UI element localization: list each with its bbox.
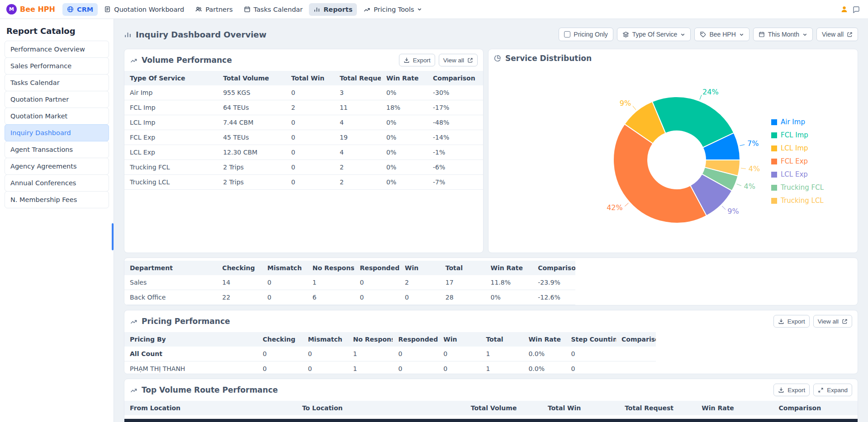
column-header: Total Volume [465, 401, 542, 415]
trend-up-icon [363, 6, 370, 13]
section-title: Volume Performance [130, 56, 232, 65]
view-all-button[interactable]: View all [439, 54, 478, 66]
table-cell: Air Imp [124, 85, 218, 100]
table-cell: Trucking FCL [124, 160, 218, 175]
nav-item-pricing-tools[interactable]: Pricing Tools [359, 3, 427, 16]
route-performance-table: From LocationTo LocationTotal VolumeTota… [124, 401, 858, 415]
table-cell: 0% [485, 290, 533, 305]
table-cell: 28 [440, 290, 485, 305]
export-button[interactable]: Export [773, 315, 810, 328]
pie-percent-label: 24% [702, 88, 719, 96]
sidebar-item-quotation-partner[interactable]: Quotation Partner [5, 91, 109, 108]
legend-item-lcl-exp[interactable]: LCL Exp [771, 170, 824, 178]
brand-logo[interactable]: M Bee HPH [6, 4, 55, 14]
sidebar-item-tasks-calendar[interactable]: Tasks Calendar [5, 74, 109, 91]
table-row[interactable]: Trucking FCL2 Trips020%-6% [124, 160, 483, 175]
trend-up-icon [130, 387, 138, 394]
sidebar-item-n-membership-fees[interactable]: N. Membership Fees [5, 191, 109, 208]
partial-table-row [124, 419, 858, 422]
table-cell: FCL Imp [124, 100, 218, 115]
view-all-button[interactable]: View all [813, 315, 852, 328]
sidebar-item-quotation-market[interactable]: Quotation Market [5, 108, 109, 125]
type-of-service-dropdown[interactable]: Type Of Service [617, 28, 691, 41]
external-link-icon [847, 32, 853, 38]
table-cell: All Count [124, 347, 257, 361]
nav-item-partners[interactable]: Partners [190, 3, 237, 16]
table-cell: 0% [381, 115, 427, 130]
table-cell: 45 TEUs [218, 130, 286, 145]
table-row[interactable]: Air Imp955 KGS030%-30% [124, 85, 483, 100]
column-header: Total Win [286, 71, 334, 85]
sidebar-scrollbar[interactable] [112, 223, 114, 250]
legend-item-fcl-exp[interactable]: FCL Exp [771, 157, 824, 165]
column-header: To Location [297, 401, 465, 415]
table-row[interactable]: All Count0010010.0%0 [124, 347, 656, 361]
table-cell: 2 [334, 160, 381, 175]
sidebar-item-agent-transactions[interactable]: Agent Transactions [5, 141, 109, 158]
legend-swatch [771, 172, 777, 178]
sidebar-item-annual-conferences[interactable]: Annual Conferences [5, 174, 109, 192]
export-button[interactable]: Export [399, 54, 435, 66]
pricing-only-checkbox[interactable]: Pricing Only [559, 28, 613, 41]
legend-item-fcl-imp[interactable]: FCL Imp [771, 131, 824, 139]
column-header: Comparison [773, 401, 858, 415]
button-label: View all [818, 318, 839, 325]
column-header: Department [124, 261, 217, 275]
table-cell: 0% [381, 175, 427, 190]
pie-segment-fcl-exp[interactable] [613, 124, 707, 223]
legend-label: FCL Exp [781, 157, 808, 165]
export-button[interactable]: Export [773, 384, 810, 396]
sidebar-item-performance-overview[interactable]: Performance Overview [5, 41, 109, 58]
table-cell: 0 [354, 275, 399, 290]
department-performance: DepartmentCheckingMismatchNo ResponseRes… [124, 261, 575, 305]
table-row[interactable]: FCL Exp45 TEUs0190%-14% [124, 130, 483, 145]
tag-icon [700, 31, 706, 38]
table-cell: -14% [427, 130, 483, 145]
sidebar-item-sales-performance[interactable]: Sales Performance [5, 57, 109, 75]
chat-icon[interactable] [853, 6, 860, 13]
table-cell: 19 [334, 130, 381, 145]
legend-item-lcl-imp[interactable]: LCL Imp [771, 144, 824, 152]
column-header: Win Rate [523, 332, 565, 347]
expand-button[interactable]: Expand [813, 384, 852, 396]
nav-item-label: Tasks Calendar [254, 6, 303, 13]
table-row[interactable]: Sales1401021711.8%-23.9% [124, 275, 575, 290]
period-dropdown[interactable]: This Month [753, 28, 813, 41]
table-cell: 0 [286, 145, 334, 160]
table-row[interactable]: Back Office220600280%-12.6% [124, 290, 575, 305]
table-row[interactable]: PHẠM THỊ THANH0010010.0%0 [124, 361, 656, 375]
column-header: Mismatch [303, 332, 348, 347]
page-title-text: Inquiry Dashboard Overview [136, 30, 266, 39]
nav-item-crm[interactable]: CRM [62, 3, 98, 16]
nav-item-tasks-calendar[interactable]: Tasks Calendar [239, 3, 308, 16]
chevron-down-icon [802, 32, 807, 37]
filter-label: Pricing Only [574, 31, 607, 38]
section-title-text: Top Volume Route Performance [142, 385, 278, 394]
section-title-text: Service Distribution [505, 54, 592, 63]
section-title-text: Pricing Performance [142, 317, 230, 326]
legend-swatch [771, 198, 777, 204]
nav-item-quotation-workboard[interactable]: Quotation Workboard [100, 3, 189, 16]
table-row[interactable]: LCL Exp12.30 CBM040%-1% [124, 145, 483, 160]
legend-item-air-imp[interactable]: Air Imp [771, 118, 824, 126]
table-cell: 0 [303, 347, 348, 361]
table-row[interactable]: FCL Imp64 TEUs21118%-17% [124, 100, 483, 115]
table-row[interactable]: LCL Imp7.44 CBM040%-48% [124, 115, 483, 130]
legend-item-trucking-fcl[interactable]: Trucking FCL [771, 183, 824, 192]
table-row[interactable]: Trucking LCL2 Trips020%-7% [124, 175, 483, 190]
legend-item-trucking-lcl[interactable]: Trucking LCL [771, 197, 824, 205]
download-icon [778, 387, 784, 393]
user-icon[interactable] [840, 5, 848, 13]
legend-swatch [771, 159, 777, 164]
filter-label: Bee HPH [709, 31, 735, 38]
nav-item-reports[interactable]: Reports [309, 3, 357, 16]
table-cell: 955 KGS [218, 85, 286, 100]
table-cell: 0 [286, 115, 334, 130]
view-all-button[interactable]: View all [816, 28, 858, 41]
section-title: Service Distribution [494, 54, 592, 63]
company-dropdown[interactable]: Bee HPH [694, 28, 749, 41]
sidebar-item-agency-agreements[interactable]: Agency Agreements [5, 158, 109, 175]
column-header: Comparison [616, 332, 656, 347]
column-header: No Response [307, 261, 355, 275]
sidebar-item-inquiry-dashboard[interactable]: Inquiry Dashboard [5, 124, 109, 141]
